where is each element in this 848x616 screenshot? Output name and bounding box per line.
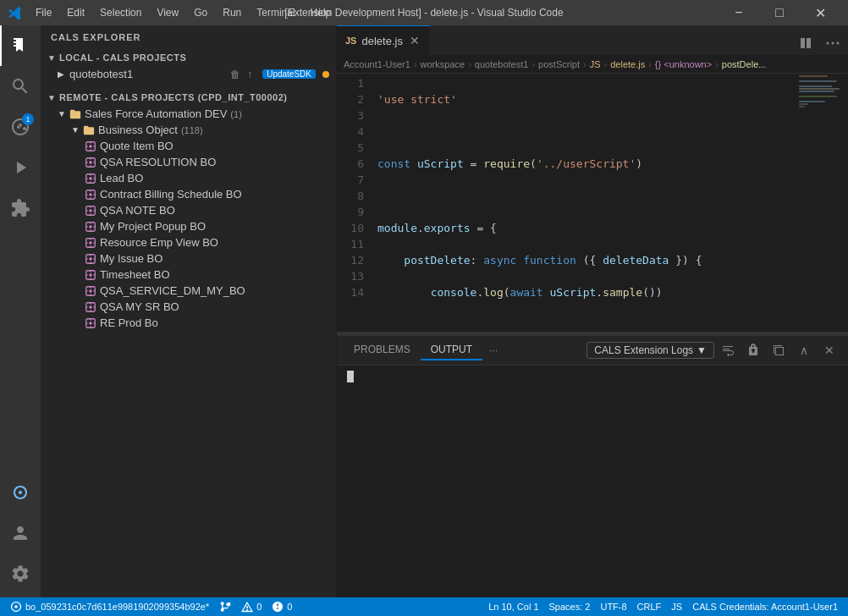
terminal-close-button[interactable]: ✕: [818, 338, 841, 362]
status-ln-col-item[interactable]: Ln 10, Col 1: [483, 597, 543, 616]
breadcrumb-account[interactable]: Account1-User1: [344, 59, 410, 69]
split-editor-button[interactable]: [794, 31, 818, 55]
local-project-item[interactable]: ▶ quotebotest1 🗑 ↑ UpdateSDK: [41, 66, 336, 82]
status-branch-item[interactable]: [214, 597, 236, 616]
code-line-3: const uScript = require('../userScript'): [377, 156, 797, 172]
business-object-node[interactable]: ▼ Business Object (118): [41, 122, 336, 138]
activity-run[interactable]: [0, 147, 41, 188]
local-section-header[interactable]: ▼ LOCAL - CALS PROJECTS: [41, 49, 336, 66]
status-lang-item[interactable]: JS: [666, 597, 687, 616]
activity-remote[interactable]: [0, 472, 41, 513]
breadcrumb-function[interactable]: postDele...: [722, 59, 767, 69]
list-item[interactable]: QSA RESOLUTION BO: [41, 154, 336, 170]
activity-settings[interactable]: [0, 553, 41, 594]
window-title: [Extension Development Host] - delete.js…: [284, 7, 563, 19]
svg-point-61: [89, 305, 92, 309]
list-item[interactable]: Quote Item BO: [41, 138, 336, 154]
window-controls: − □ ✕: [719, 0, 840, 25]
activity-explorer[interactable]: [0, 25, 41, 66]
more-actions-button[interactable]: [821, 31, 845, 55]
terminal-copy-button[interactable]: [767, 338, 790, 362]
main-area: 1: [0, 25, 848, 597]
remote-section-header[interactable]: ▼ REMOTE - CALS PROJECTS (CPD_INT_T00002…: [41, 89, 336, 106]
breadcrumb-workspace[interactable]: workspace: [421, 59, 465, 69]
maximize-button[interactable]: □: [760, 0, 799, 25]
bo-item-label: Quote Item BO: [100, 140, 173, 152]
bo-item-label: QSA RESOLUTION BO: [100, 156, 216, 168]
status-spaces-item[interactable]: Spaces: 2: [544, 597, 596, 616]
close-button[interactable]: ✕: [801, 0, 840, 25]
status-remote-item[interactable]: bo_059231c0c7d611e9981902099354b92e*: [5, 597, 214, 616]
svg-point-19: [89, 193, 92, 196]
bo-item-icon: [85, 269, 96, 281]
bo-item-icon: [85, 140, 96, 152]
upload-project-icon[interactable]: ↑: [245, 69, 254, 80]
terminal-output[interactable]: [337, 366, 848, 597]
status-errors-item[interactable]: 0: [267, 597, 297, 616]
bo-chevron-icon: ▼: [71, 125, 80, 135]
remote-project-count: (1): [230, 109, 241, 119]
tab-close-button[interactable]: ✕: [408, 34, 421, 47]
breadcrumb-js[interactable]: JS: [590, 59, 601, 69]
list-item[interactable]: Contract Billing Schedule BO: [41, 186, 336, 202]
terminal-tab-bar: PROBLEMS OUTPUT ··· CALS Extension Logs …: [337, 336, 848, 366]
status-eol-item[interactable]: CRLF: [632, 597, 667, 616]
editor-area: JS delete.js ✕ Account1-User1: [337, 25, 848, 597]
breadcrumb-sep-5: ›: [604, 59, 608, 69]
bo-item-label: QSA_SERVICE_DM_MY_BO: [100, 284, 245, 297]
status-encoding-label: UTF-8: [600, 602, 626, 612]
menu-edit[interactable]: Edit: [60, 5, 91, 20]
minimize-button[interactable]: −: [719, 0, 758, 25]
list-item[interactable]: Timesheet BO: [41, 267, 336, 283]
breadcrumb-file[interactable]: delete.js: [610, 59, 645, 69]
status-ln-col-label: Ln 10, Col 1: [488, 602, 538, 612]
breadcrumb-unknown[interactable]: {} <unknown>: [655, 59, 712, 69]
menu-selection[interactable]: Selection: [93, 5, 148, 20]
minimap: [797, 74, 848, 332]
tab-delete-js[interactable]: JS delete.js ✕: [337, 25, 431, 55]
code-editor[interactable]: 1 2 3 4 5 6 7 8 9 10 11 12 13 14 'use st…: [337, 74, 848, 332]
status-encoding-item[interactable]: UTF-8: [595, 597, 631, 616]
status-warnings-item[interactable]: 0: [236, 597, 267, 616]
terminal-word-wrap-button[interactable]: [716, 338, 740, 362]
activity-account[interactable]: [0, 513, 41, 553]
list-item[interactable]: RE Prod Bo: [41, 315, 336, 331]
menu-view[interactable]: View: [150, 5, 185, 20]
status-bar-right: Ln 10, Col 1 Spaces: 2 UTF-8 CRLF JS CAL…: [483, 597, 843, 616]
tab-problems[interactable]: PROBLEMS: [344, 340, 421, 360]
project-name-label: quotebotest1: [69, 68, 133, 80]
remote-project-item[interactable]: ▼ Sales Force Automation DEV (1): [41, 106, 336, 122]
list-item[interactable]: QSA MY SR BO: [41, 299, 336, 315]
menu-file[interactable]: File: [29, 5, 58, 20]
sidebar-content[interactable]: ▼ LOCAL - CALS PROJECTS ▶ quotebotest1 🗑…: [41, 49, 336, 597]
list-item[interactable]: QSA_SERVICE_DM_MY_BO: [41, 283, 336, 299]
sidebar: CALS Explorer ▼ LOCAL - CALS PROJECTS ▶ …: [41, 25, 337, 597]
output-channel-dropdown[interactable]: CALS Extension Logs ▼: [586, 342, 714, 359]
menu-run[interactable]: Run: [216, 5, 248, 20]
tab-output[interactable]: OUTPUT: [421, 340, 482, 360]
list-item[interactable]: QSA NOTE BO: [41, 202, 336, 218]
code-line-8: [377, 316, 797, 332]
delete-project-icon[interactable]: 🗑: [229, 69, 242, 80]
svg-point-13: [89, 177, 92, 180]
code-content[interactable]: 'use strict' const uScript = require('..…: [371, 74, 797, 332]
terminal-panel: PROBLEMS OUTPUT ··· CALS Extension Logs …: [337, 335, 848, 597]
remote-project-name: Sales Force Automation DEV: [85, 107, 227, 120]
activity-extensions[interactable]: [0, 188, 41, 228]
menu-go[interactable]: Go: [187, 5, 214, 20]
list-item[interactable]: My Issue BO: [41, 250, 336, 267]
breadcrumb: Account1-User1 › workspace › quotebotest…: [337, 55, 848, 74]
list-item[interactable]: My Project Popup BO: [41, 218, 336, 234]
bo-item-label: My Issue BO: [100, 252, 162, 265]
terminal-scroll-up-button[interactable]: ∧: [792, 338, 816, 362]
breadcrumb-postscript[interactable]: postScript: [538, 59, 580, 69]
activity-source-control[interactable]: 1: [0, 107, 41, 147]
terminal-tabs-more[interactable]: ···: [482, 341, 504, 360]
bo-count-badge: (118): [181, 125, 203, 135]
activity-search[interactable]: [0, 66, 41, 107]
list-item[interactable]: Resource Emp View BO: [41, 234, 336, 250]
list-item[interactable]: Lead BO: [41, 170, 336, 186]
breadcrumb-project[interactable]: quotebotest1: [475, 59, 529, 69]
status-credentials-item[interactable]: CALS Credentials: Account1-User1: [687, 597, 843, 616]
terminal-lock-button[interactable]: [741, 338, 765, 362]
